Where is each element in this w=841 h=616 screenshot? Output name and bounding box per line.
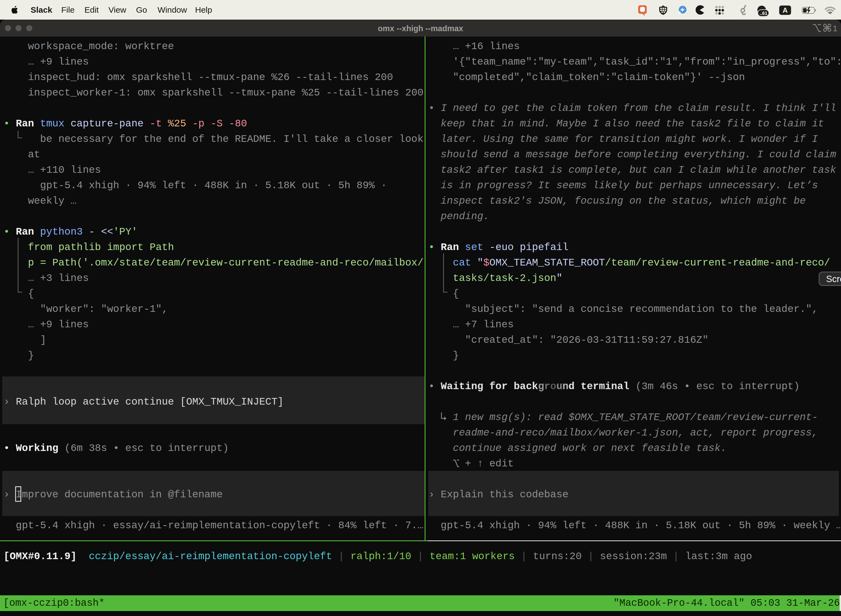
svg-text:..61: ..61 [760,11,767,16]
svg-text:1: 1 [833,24,837,33]
svg-text:A: A [782,6,787,14]
